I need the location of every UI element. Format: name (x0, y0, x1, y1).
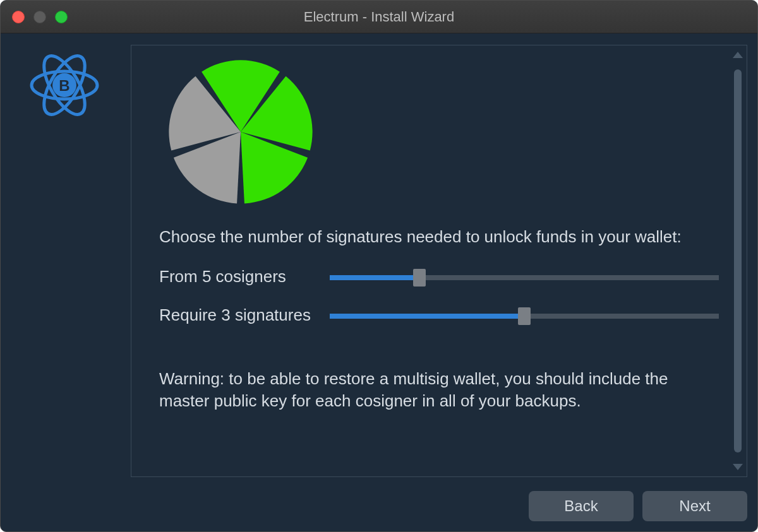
signatures-label: Require 3 signatures (159, 305, 330, 325)
install-wizard-window: Electrum - Install Wizard B (0, 0, 758, 532)
titlebar: Electrum - Install Wizard (1, 1, 757, 33)
signatures-row: Require 3 signatures (159, 305, 719, 325)
window-title: Electrum - Install Wizard (1, 9, 757, 25)
minimize-window-button[interactable] (33, 11, 46, 23)
main-row: B Choose the number of signatures needed… (11, 45, 747, 477)
slider-handle[interactable] (518, 307, 531, 325)
next-button[interactable]: Next (642, 491, 747, 521)
window-body: B Choose the number of signatures needed… (1, 33, 757, 531)
logo-column: B (11, 45, 118, 477)
warning-text: Warning: to be able to restore a multisi… (159, 368, 719, 412)
content-frame: Choose the number of signatures needed t… (131, 45, 747, 477)
back-button[interactable]: Back (529, 491, 634, 521)
close-window-button[interactable] (12, 11, 25, 23)
instruction-text: Choose the number of signatures needed t… (159, 226, 719, 248)
electrum-logo-icon: B (27, 47, 102, 123)
footer: Back Next (11, 477, 747, 521)
slider-fill (330, 314, 524, 319)
cosigners-row: From 5 cosigners (159, 267, 719, 287)
multisig-pie-chart (162, 53, 320, 211)
scroll-thumb[interactable] (734, 69, 742, 452)
scroll-down-icon[interactable] (733, 464, 743, 470)
scrollbar[interactable] (733, 52, 743, 470)
signatures-slider[interactable] (330, 307, 719, 324)
slider-fill (330, 275, 419, 280)
svg-text:B: B (59, 77, 69, 94)
window-controls (1, 11, 68, 23)
slider-handle[interactable] (413, 269, 426, 287)
maximize-window-button[interactable] (55, 11, 68, 23)
cosigners-label: From 5 cosigners (159, 267, 330, 287)
cosigners-slider[interactable] (330, 269, 719, 285)
scroll-up-icon[interactable] (733, 52, 743, 58)
